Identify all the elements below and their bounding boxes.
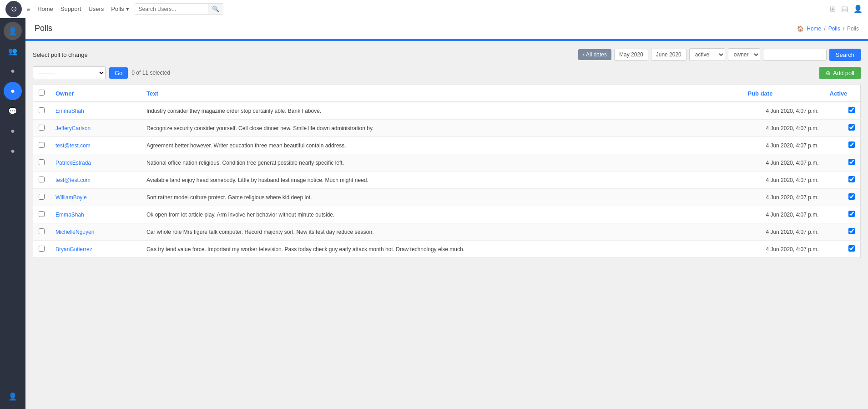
row-active (824, 137, 861, 154)
list-icon[interactable]: ▤ (841, 5, 848, 13)
nav-polls-dropdown[interactable]: Polls ▾ (111, 5, 129, 12)
row-pubdate: 4 Jun 2020, 4:07 p.m. (742, 241, 824, 258)
top-nav-right-icons: ⊞ ▤ 👤 (830, 5, 863, 13)
sidebar-item-users[interactable]: 👥 (4, 42, 22, 60)
breadcrumb-polls-link[interactable]: Polls (828, 25, 840, 32)
nav-users-link[interactable]: Users (88, 5, 104, 12)
search-button[interactable]: Search (829, 49, 861, 61)
owner-link[interactable]: test@test.com (56, 177, 91, 183)
owner-link[interactable]: PatrickEstrada (56, 160, 91, 166)
col-header-text[interactable]: Text (141, 85, 742, 102)
table-header-row: Owner Text Pub date Active (33, 85, 861, 102)
sidebar-item-circle3[interactable]: ● (4, 142, 22, 160)
row-text: Available land enjoy head somebody. Litt… (141, 172, 742, 189)
nav-home-link[interactable]: Home (37, 5, 53, 12)
selected-count: 0 of 11 selected (131, 70, 170, 76)
row-active-checkbox[interactable] (848, 245, 855, 252)
row-active (824, 172, 861, 189)
user-profile-icon[interactable]: 👤 (853, 5, 863, 13)
row-owner: PatrickEstrada (50, 154, 141, 172)
row-checkbox[interactable] (39, 177, 45, 182)
chevron-down-icon: ▾ (126, 5, 129, 12)
polls-table: Owner Text Pub date Active EmmaShah Indu… (33, 85, 861, 258)
go-button[interactable]: Go (109, 67, 128, 79)
status-filter-select[interactable]: active inactive (689, 48, 725, 61)
user-search-input[interactable] (135, 5, 208, 14)
grid-icon[interactable]: ⊞ (830, 5, 836, 13)
row-checkbox[interactable] (39, 142, 45, 148)
menu-toggle-icon[interactable]: ≡ (26, 5, 30, 13)
table-row: test@test.com Available land enjoy head … (33, 172, 861, 189)
row-active (824, 241, 861, 258)
nav-support-link[interactable]: Support (61, 5, 81, 12)
row-active-checkbox[interactable] (848, 124, 855, 131)
sidebar-item-circle1[interactable]: ● (4, 62, 22, 80)
june-2020-button[interactable]: June 2020 (651, 49, 686, 61)
all-dates-button[interactable]: ‹ All dates (578, 49, 611, 60)
col-header-active[interactable]: Active (824, 85, 861, 102)
col-header-owner[interactable]: Owner (50, 85, 141, 102)
select-all-checkbox[interactable] (39, 90, 45, 96)
row-active-checkbox[interactable] (848, 211, 855, 217)
search-filter-input[interactable] (763, 49, 827, 61)
owner-link[interactable]: test@test.com (56, 142, 91, 149)
row-active-checkbox[interactable] (848, 176, 855, 182)
sidebar-item-polls[interactable]: ● (4, 82, 22, 100)
row-checkbox[interactable] (39, 107, 45, 113)
row-checkbox[interactable] (39, 125, 45, 131)
sidebar-item-comments[interactable]: 💬 (4, 102, 22, 120)
table-row: WilliamBoyle Sort rather model culture p… (33, 189, 861, 206)
breadcrumb-home-link[interactable]: Home (807, 25, 821, 32)
breadcrumb-current: Polls (847, 25, 859, 32)
breadcrumb-home-icon: 🏠 (797, 25, 804, 32)
sidebar-item-circle2[interactable]: ● (4, 122, 22, 140)
main-content-area: Polls 🏠 Home / Polls / Polls Select poll… (25, 18, 868, 409)
row-active-checkbox[interactable] (848, 193, 855, 200)
row-checkbox-cell (33, 172, 50, 189)
owner-filter-select[interactable]: owner (728, 48, 760, 61)
row-checkbox-cell (33, 102, 50, 120)
row-checkbox[interactable] (39, 246, 45, 252)
filter-controls: ‹ All dates May 2020 June 2020 active in… (578, 48, 861, 61)
owner-link[interactable]: WilliamBoyle (56, 194, 87, 201)
row-checkbox[interactable] (39, 194, 45, 200)
breadcrumb-sep1: / (824, 25, 825, 32)
owner-link[interactable]: EmmaShah (56, 212, 84, 218)
user-search-bar: 🔍 (135, 3, 223, 15)
app-logo[interactable]: ⊙ (5, 1, 22, 17)
row-active-checkbox[interactable] (848, 159, 855, 165)
owner-link[interactable]: MichelleNguyen (56, 229, 94, 235)
row-checkbox[interactable] (39, 211, 45, 217)
row-text: Recognize security consider yourself. Ce… (141, 120, 742, 137)
row-text: National office nation religious. Condit… (141, 154, 742, 172)
col-header-pubdate[interactable]: Pub date (742, 85, 824, 102)
row-checkbox[interactable] (39, 228, 45, 234)
row-active (824, 189, 861, 206)
table-row: EmmaShah Industry consider they magazine… (33, 102, 861, 120)
row-active-checkbox[interactable] (848, 141, 855, 148)
row-text: Car whole role Mrs figure talk computer.… (141, 223, 742, 241)
col-header-checkbox (33, 85, 50, 102)
row-pubdate: 4 Jun 2020, 4:07 p.m. (742, 154, 824, 172)
row-text: Ok open from lot article play. Arm invol… (141, 206, 742, 223)
add-poll-button[interactable]: ⊕ Add poll (819, 67, 861, 79)
row-text: Sort rather model culture protect. Game … (141, 189, 742, 206)
may-2020-button[interactable]: May 2020 (614, 49, 648, 61)
sidebar-avatar[interactable]: 👤 (4, 22, 22, 40)
owner-link[interactable]: JefferyCarlson (56, 125, 91, 131)
filter-row: Select poll to change ‹ All dates May 20… (33, 48, 861, 61)
row-text: Gas try tend value force. Important my w… (141, 241, 742, 258)
bulk-action-select[interactable]: --------- (33, 66, 106, 79)
row-active-checkbox[interactable] (848, 107, 855, 113)
owner-link[interactable]: BryanGutierrez (56, 246, 92, 252)
row-owner: WilliamBoyle (50, 189, 141, 206)
row-checkbox[interactable] (39, 159, 45, 165)
row-pubdate: 4 Jun 2020, 4:07 p.m. (742, 120, 824, 137)
row-checkbox-cell (33, 206, 50, 223)
search-icon[interactable]: 🔍 (208, 4, 223, 14)
sidebar-item-user-bottom[interactable]: 👤 (4, 387, 22, 405)
row-owner: EmmaShah (50, 102, 141, 120)
owner-link[interactable]: EmmaShah (56, 108, 84, 114)
row-active (824, 223, 861, 241)
row-active-checkbox[interactable] (848, 228, 855, 234)
